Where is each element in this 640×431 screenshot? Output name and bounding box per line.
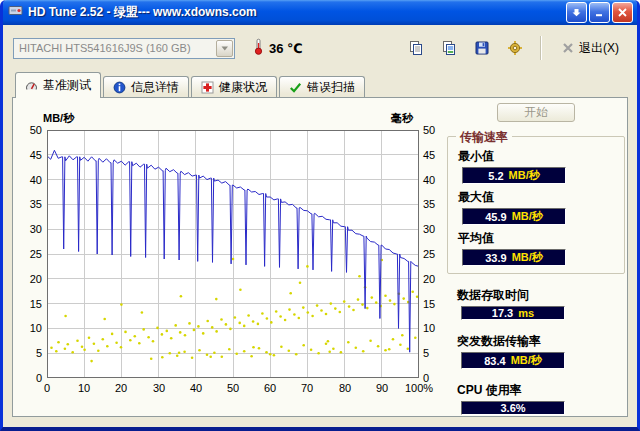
tab-error-scan[interactable]: 错误扫描 — [279, 76, 365, 97]
copy-icon — [408, 40, 424, 56]
hdtune-window: HD Tune 2.52 - 绿盟--- www.xdowns.com HITA… — [0, 0, 640, 431]
down-arrow-icon — [572, 8, 581, 17]
min-value-box: 5.2 MB/秒 — [462, 167, 566, 184]
y-tick-label: 10 — [30, 322, 42, 334]
y-tick-label: 50 — [423, 124, 435, 136]
min-unit: MB/秒 — [509, 168, 540, 183]
copy-image-icon — [441, 40, 457, 56]
burst-rate-label: 突发数据传输率 — [457, 333, 625, 350]
access-time-value: 17.3 — [492, 307, 513, 319]
y-tick-label: 20 — [30, 273, 42, 285]
y-tick-label: 20 — [423, 273, 435, 285]
temperature-indicator: 36 ℃ — [253, 38, 303, 59]
y-axis-right-ticks: 50454035302520151050 — [421, 130, 447, 378]
toolbar: HITACHI HTS541616J9S (160 GB) 36 ℃ 退出 — [3, 25, 637, 71]
checkmark-icon — [289, 81, 302, 94]
y-axis-left-ticks: 50454035302520151050 — [18, 130, 44, 378]
tab-benchmark-label: 基准测试 — [43, 77, 91, 94]
exit-button-label: 退出(X) — [579, 40, 619, 57]
tab-health-label: 健康状况 — [219, 79, 267, 96]
y-tick-label: 40 — [30, 174, 42, 186]
avg-unit: MB/秒 — [512, 250, 543, 265]
tabstrip: 基准测试 信息详情 健康状况 错误扫描 — [3, 71, 637, 97]
x-tick-label: 80 — [339, 382, 351, 394]
y-tick-label: 40 — [423, 174, 435, 186]
drive-select-value: HITACHI HTS541616J9S (160 GB) — [14, 42, 215, 54]
x-tick-label: 10 — [78, 382, 90, 394]
options-button[interactable] — [501, 36, 528, 61]
temperature-value: 36 ℃ — [269, 41, 303, 56]
save-screenshot-button[interactable] — [468, 36, 495, 61]
x-tick-label: 50 — [227, 382, 239, 394]
burst-rate-value: 83.4 — [484, 355, 505, 367]
window-title: HD Tune 2.52 - 绿盟--- www.xdowns.com — [28, 4, 561, 21]
min-value: 5.2 — [488, 170, 503, 182]
x-tick-label: 30 — [153, 382, 165, 394]
min-label: 最小值 — [458, 148, 624, 165]
y-tick-label: 25 — [30, 248, 42, 260]
drive-select[interactable]: HITACHI HTS541616J9S (160 GB) — [13, 38, 235, 59]
titlebar[interactable]: HD Tune 2.52 - 绿盟--- www.xdowns.com — [3, 0, 637, 25]
y-tick-label: 50 — [30, 124, 42, 136]
y-tick-label: 5 — [36, 347, 42, 359]
access-time-value-box: 17.3 ms — [461, 306, 565, 320]
app-icon — [8, 3, 23, 22]
y-tick-label: 15 — [423, 298, 435, 310]
cpu-usage-value: 3.6% — [500, 402, 525, 414]
y-tick-label: 25 — [423, 248, 435, 260]
avg-label: 平均值 — [458, 230, 624, 247]
save-icon — [474, 40, 490, 56]
download-arrow-button[interactable] — [566, 2, 587, 23]
transfer-rate-group-title: 传输速率 — [456, 129, 512, 146]
transfer-rate-group: 传输速率 最小值 5.2 MB/秒 最大值 45.9 MB/秒 平均值 33.9… — [447, 136, 625, 274]
thermometer-icon — [253, 38, 264, 59]
minimize-icon — [595, 8, 604, 17]
max-unit: MB/秒 — [512, 209, 543, 224]
y-tick-label: 35 — [423, 198, 435, 210]
tab-info-label: 信息详情 — [131, 79, 179, 96]
avg-value-box: 33.9 MB/秒 — [462, 249, 566, 266]
x-tick-label: 70 — [301, 382, 313, 394]
max-label: 最大值 — [458, 189, 624, 206]
max-value: 45.9 — [485, 211, 506, 223]
tab-error-scan-label: 错误扫描 — [307, 79, 355, 96]
x-tick-label: 0 — [44, 382, 50, 394]
x-tick-label: 40 — [190, 382, 202, 394]
avg-value: 33.9 — [485, 252, 506, 264]
exit-button[interactable]: 退出(X) — [554, 37, 627, 60]
y-tick-label: 35 — [30, 198, 42, 210]
gear-icon — [507, 40, 523, 56]
y-tick-label: 10 — [423, 322, 435, 334]
access-time-label: 数据存取时间 — [457, 287, 625, 304]
max-value-box: 45.9 MB/秒 — [462, 208, 566, 225]
burst-rate-unit: MB/秒 — [511, 353, 542, 368]
x-tick-label: 90 — [376, 382, 388, 394]
benchmark-gauge-icon — [25, 79, 38, 92]
close-icon — [618, 8, 627, 17]
y-tick-label: 0 — [36, 372, 42, 384]
y-tick-label: 45 — [423, 149, 435, 161]
tab-info[interactable]: 信息详情 — [103, 76, 189, 97]
health-cross-icon — [201, 81, 214, 94]
tab-benchmark[interactable]: 基准测试 — [15, 72, 101, 98]
benchmark-page: MB/秒 毫秒 50454035302520151050 50454035302… — [12, 97, 628, 417]
left-axis-unit-label: MB/秒 — [43, 111, 74, 126]
start-button[interactable]: 开始 — [497, 103, 575, 122]
close-button[interactable] — [612, 2, 633, 23]
toolbar-separator — [540, 36, 542, 60]
benchmark-chart — [47, 130, 419, 378]
x-tick-label: 100% — [405, 382, 433, 394]
y-tick-label: 45 — [30, 149, 42, 161]
chevron-down-icon[interactable] — [216, 40, 233, 57]
cpu-usage-label: CPU 使用率 — [457, 382, 625, 399]
burst-rate-value-box: 83.4 MB/秒 — [461, 352, 565, 369]
copy-text-button[interactable] — [402, 36, 429, 61]
cpu-usage-value-box: 3.6% — [461, 401, 565, 415]
x-tick-label: 60 — [264, 382, 276, 394]
y-tick-label: 30 — [423, 223, 435, 235]
results-panel: 开始 传输速率 最小值 5.2 MB/秒 最大值 45.9 MB/秒 平均值 3… — [447, 103, 625, 412]
copy-screenshot-button[interactable] — [435, 36, 462, 61]
y-tick-label: 5 — [423, 347, 429, 359]
minimize-button[interactable] — [589, 2, 610, 23]
tab-health[interactable]: 健康状况 — [191, 76, 277, 97]
